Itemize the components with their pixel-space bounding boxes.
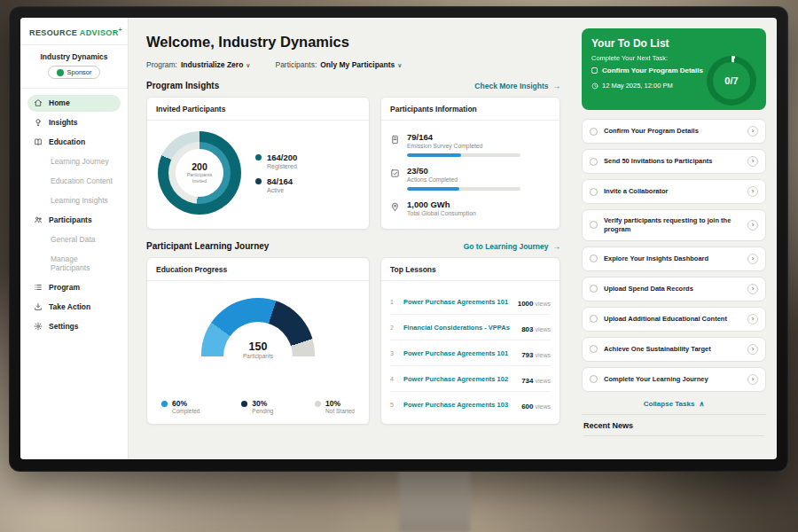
- sidebar-item-label: Education: [49, 137, 85, 146]
- task-checkbox[interactable]: [590, 254, 598, 262]
- chevron-right-icon[interactable]: ›: [747, 254, 758, 264]
- chevron-right-icon[interactable]: ›: [747, 314, 758, 325]
- learning-cards-row: Education Progress 150 Participants: [146, 257, 560, 425]
- sidebar-item-label: Participants: [49, 215, 92, 224]
- task-checkbox[interactable]: [590, 221, 598, 229]
- task-label: Confirm Your Program Details: [604, 127, 741, 136]
- sidebar-item-general-data[interactable]: General Data: [27, 231, 121, 248]
- legend-label: Not Started: [325, 408, 355, 414]
- gauge-chart: 150 Participants: [201, 298, 315, 356]
- legend-item-not-started: 10% Not Started: [315, 399, 355, 414]
- task-checkbox[interactable]: [590, 158, 598, 166]
- collapse-tasks-link[interactable]: Collapse Tasks ∧: [582, 392, 766, 414]
- sidebar-item-manage-participants[interactable]: Manage Participants: [27, 251, 121, 277]
- todo-panel: Your To Do List Complete Your Next Task:…: [571, 18, 777, 459]
- task-item[interactable]: Upload Spend Data Records ›: [582, 277, 766, 301]
- program-filter-label: Program:: [146, 60, 177, 69]
- divider: [381, 280, 559, 281]
- participants-filter[interactable]: Participants:Only My Participants∨: [275, 60, 402, 69]
- chevron-right-icon[interactable]: ›: [747, 156, 758, 167]
- lesson-link[interactable]: Power Purchase Agreements 103: [403, 401, 515, 409]
- scene: RESOURCE ADVISOR+ Industry Dynamics Spon…: [0, 0, 798, 532]
- sidebar-item-take-action[interactable]: Take Action: [27, 299, 121, 316]
- arrow-right-icon: →: [553, 242, 561, 251]
- task-item[interactable]: Complete Your Learning Journey ›: [582, 367, 766, 392]
- views-count: 600: [521, 403, 533, 411]
- task-item[interactable]: Verify participants requesting to join t…: [582, 209, 766, 241]
- task-checkbox[interactable]: [590, 315, 598, 323]
- lesson-rank: 5: [390, 402, 397, 408]
- task-checkbox[interactable]: [590, 128, 598, 136]
- chevron-right-icon[interactable]: ›: [747, 284, 758, 294]
- stat-label: Total Global Consumption: [407, 210, 476, 216]
- program-filter[interactable]: Program:Industrialize Zero∨: [146, 60, 250, 69]
- task-label: Verify participants requesting to join t…: [604, 216, 741, 234]
- sidebar-item-settings[interactable]: Settings: [27, 318, 121, 335]
- views-count: 803: [521, 325, 533, 333]
- progress-ring: 0/7: [707, 56, 756, 106]
- chevron-right-icon[interactable]: ›: [747, 374, 758, 385]
- sidebar-item-program[interactable]: Program: [27, 279, 121, 296]
- task-checkbox[interactable]: [590, 188, 598, 196]
- views-count: 793: [521, 351, 533, 359]
- not-started-dot-icon: [315, 401, 321, 407]
- task-item[interactable]: Upload Additional Educational Content ›: [582, 307, 766, 332]
- chevron-down-icon: ∨: [397, 62, 402, 68]
- lesson-link[interactable]: Power Purchase Agreements 101: [403, 349, 515, 357]
- chevron-right-icon[interactable]: ›: [747, 220, 758, 231]
- lesson-link[interactable]: Power Purchase Agreements 102: [403, 375, 515, 383]
- lesson-link[interactable]: Power Purchase Agreements 101: [403, 298, 512, 306]
- sidebar-item-education-content[interactable]: Education Content: [27, 173, 121, 190]
- sidebar-item-insights[interactable]: Insights: [27, 114, 121, 131]
- lesson-rank: 2: [390, 325, 397, 331]
- chevron-right-icon[interactable]: ›: [747, 186, 758, 197]
- todo-title: Your To Do List: [591, 37, 756, 50]
- stat-value: 1,000 GWh: [407, 200, 476, 209]
- card-title: Education Progress: [156, 265, 360, 274]
- views-count: 1000: [518, 300, 534, 308]
- task-item[interactable]: Send 50 Invitations to Participants ›: [582, 149, 766, 174]
- sidebar: RESOURCE ADVISOR+ Industry Dynamics Spon…: [20, 18, 129, 459]
- checklist-icon: [390, 167, 400, 178]
- monitor-stand: [399, 468, 470, 532]
- learning-journey-header: Participant Learning Journey Go to Learn…: [146, 241, 560, 251]
- card-title: Participants Information: [390, 105, 551, 113]
- progress-ring-value: 0/7: [724, 75, 738, 86]
- invited-participants-card: Invited Participants 200 Participants In…: [146, 97, 370, 230]
- stat-value: 79/164: [407, 132, 482, 142]
- collapse-label: Collapse Tasks: [644, 400, 695, 408]
- card-title: Invited Participants: [156, 105, 360, 113]
- sidebar-item-label: Settings: [49, 322, 79, 331]
- lesson-link[interactable]: Financial Considerations - VPPAs: [403, 324, 515, 332]
- sidebar-item-learning-journey[interactable]: Learning Journey: [27, 153, 121, 170]
- legend-label: Pending: [252, 408, 273, 414]
- task-checkbox[interactable]: [590, 375, 598, 383]
- todo-next-task[interactable]: Confirm Your Program Details: [591, 66, 707, 75]
- recent-news-title: Recent News: [583, 421, 764, 430]
- sidebar-item-learning-insights[interactable]: Learning Insights: [27, 192, 121, 209]
- sidebar-item-participants[interactable]: Participants: [27, 212, 121, 229]
- check-more-insights-link[interactable]: Check More Insights →: [474, 82, 560, 90]
- sidebar-item-home[interactable]: Home: [27, 95, 121, 112]
- task-checkbox[interactable]: [590, 345, 598, 353]
- legend-item-registered: 164/200 Registered: [255, 153, 297, 169]
- chevron-right-icon[interactable]: ›: [747, 126, 758, 137]
- task-checkbox[interactable]: [590, 285, 598, 293]
- sidebar-item-education[interactable]: Education: [27, 134, 121, 151]
- app-logo: RESOURCE ADVISOR+: [20, 18, 128, 45]
- chevron-right-icon[interactable]: ›: [747, 344, 758, 355]
- active-dot-icon: [255, 178, 262, 184]
- task-item[interactable]: Explore Your Insights Dashboard ›: [582, 246, 766, 271]
- task-item[interactable]: Invite a Collaborator ›: [582, 179, 766, 204]
- task-item[interactable]: Achieve One Sustainability Target ›: [582, 337, 766, 362]
- go-to-learning-journey-link[interactable]: Go to Learning Journey →: [464, 242, 560, 251]
- link-label: Check More Insights: [474, 82, 548, 90]
- sidebar-item-label: Insights: [49, 118, 78, 127]
- checkbox-icon[interactable]: [591, 67, 598, 74]
- org-name: Industry Dynamics: [26, 52, 122, 61]
- sponsor-label: Sponsor: [67, 68, 92, 76]
- task-item[interactable]: Confirm Your Program Details ›: [582, 119, 766, 144]
- lesson-row: 4 Power Purchase Agreements 102 734views: [390, 366, 551, 392]
- donut-chart: 200 Participants Invited: [158, 131, 241, 215]
- donut-center-label: Participants Invited: [183, 172, 216, 184]
